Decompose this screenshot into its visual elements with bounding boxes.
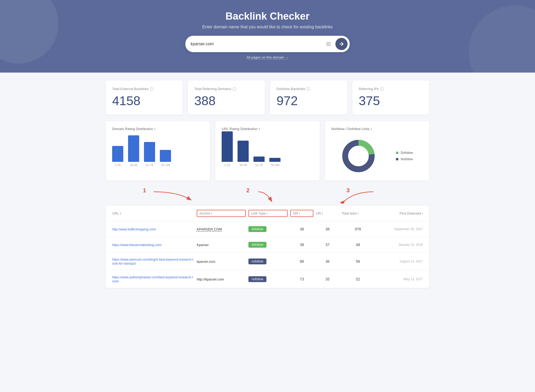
info-icon-url[interactable]: i <box>120 211 121 215</box>
bar-group-76-100: 76-100 <box>160 150 171 167</box>
row4-ur: 35 <box>316 277 339 281</box>
page-subtitle: Enter domain name that you would like to… <box>5 25 530 29</box>
info-icon-referring-ips[interactable]: i <box>380 87 384 91</box>
row4-badge: nofollow <box>248 276 266 282</box>
donut-chart-svg <box>341 139 376 173</box>
row2-first-detected: January 10, 2019 <box>377 243 423 247</box>
info-icon-total-external[interactable]: i <box>150 87 154 91</box>
domain-rating-bars: 1-25 26-50 51-75 76-100 <box>112 136 204 168</box>
row4-url[interactable]: https://www.authorityhacker.com/best-key… <box>112 275 194 283</box>
row4-first-detected: May 13, 2017 <box>377 277 423 281</box>
info-icon-first-detected[interactable]: i <box>422 211 423 215</box>
search-input[interactable] <box>191 42 323 46</box>
url-bar-group-51-75: 51-75 <box>253 157 265 167</box>
info-icon-ur[interactable]: i <box>322 211 323 215</box>
row3-url[interactable]: https://www.semrush.com/blog/5-best-keyw… <box>112 257 194 265</box>
row1-ur: 38 <box>316 227 339 231</box>
url-bar-group-1-25: 1-25 <box>222 131 233 167</box>
row2-dr: 38 <box>290 243 313 247</box>
svg-point-6 <box>348 146 369 166</box>
nofollow-dofollow-title: Nofollow / Dofollow Links i <box>331 127 423 131</box>
stat-label-dofollow: Dofollow Backlinks i <box>277 87 341 91</box>
page-header: Backlink Checker Enter domain name that … <box>0 0 535 73</box>
bar-51-75 <box>144 142 155 162</box>
svg-rect-1 <box>329 42 330 43</box>
row2-ur: 37 <box>316 243 339 247</box>
bar-label-1-25: 1-25 <box>115 163 121 167</box>
row2-url[interactable]: https://www.therainmakerblog.com/ <box>112 243 194 247</box>
row4-dr: 73 <box>290 277 313 281</box>
col-header-link-type: Link Type i <box>248 210 288 217</box>
stat-value-dofollow: 972 <box>277 95 341 107</box>
info-icon-nofollow[interactable]: i <box>371 127 372 131</box>
clear-icon[interactable] <box>323 38 334 50</box>
stat-value-total-external: 4158 <box>112 95 176 107</box>
row2-link-type: dofollow <box>248 242 288 248</box>
bar-label-51-75: 51-75 <box>146 163 153 167</box>
bar-group-51-75: 51-75 <box>144 142 155 167</box>
table-row: https://www.authorityhacker.com/best-key… <box>106 270 429 288</box>
url-rating-title: URL Rating Distribution i <box>222 127 313 131</box>
stat-label-total-external: Total External Backlinks i <box>112 87 176 91</box>
info-icon-url-rating[interactable]: i <box>259 127 260 131</box>
row4-total-links: 52 <box>341 277 374 281</box>
col-header-first-detected: First Detected i <box>377 211 423 215</box>
row1-dr: 38 <box>290 227 313 231</box>
row3-dr: 88 <box>290 259 313 264</box>
info-icon-anchor[interactable]: i <box>211 211 212 215</box>
url-bar-label-51-75: 51-75 <box>255 163 263 167</box>
bar-26-50 <box>128 135 139 162</box>
url-rating-bars: 1-25 26-50 51-75 76-100 <box>222 136 313 168</box>
nofollow-dofollow-chart: Nofollow / Dofollow Links i Dofollow <box>325 121 429 181</box>
url-bar-1-25 <box>222 131 233 162</box>
url-bar-group-26-50: 26-50 <box>238 141 249 167</box>
row3-ur: 36 <box>316 259 339 264</box>
donut-container: Dofollow Nofollow <box>331 136 423 176</box>
dofollow-dot <box>396 152 398 154</box>
search-submit-button[interactable] <box>335 38 348 50</box>
row3-total-links: 56 <box>341 259 374 264</box>
row3-link-type: nofollow <box>248 259 288 264</box>
col-header-total-links: Total links i <box>341 211 374 215</box>
col-header-anchor: Anchor i <box>197 210 246 217</box>
domain-rating-chart: Domain Rating Distribution i 1-25 26-50 … <box>106 121 210 181</box>
info-icon-referring-domains[interactable]: i <box>233 87 236 91</box>
col-header-url: URL i <box>112 211 194 215</box>
row3-first-detected: August 13, 2017 <box>377 260 423 263</box>
bar-group-26-50: 26-50 <box>128 135 139 167</box>
arrow-1 <box>146 189 199 204</box>
info-icon-link-type[interactable]: i <box>267 211 268 215</box>
col-header-dr: DR i <box>290 210 313 217</box>
page-title: Backlink Checker <box>5 11 530 22</box>
row1-link-type: dofollow <box>248 226 288 232</box>
info-icon-dofollow[interactable]: i <box>306 87 310 91</box>
bar-label-26-50: 26-50 <box>130 163 137 167</box>
row1-badge: dofollow <box>248 226 266 232</box>
table-row: http://www.trafficshopping.com/ KPARSER.… <box>106 221 429 237</box>
row1-url[interactable]: http://www.trafficshopping.com/ <box>112 227 194 231</box>
stat-card-total-external: Total External Backlinks i 4158 <box>106 81 183 115</box>
svg-rect-0 <box>327 42 328 43</box>
table-annotation-wrapper: 1 2 3 <box>106 187 429 288</box>
svg-rect-3 <box>329 44 330 46</box>
arrow-2 <box>250 189 282 204</box>
charts-grid: Domain Rating Distribution i 1-25 26-50 … <box>106 121 429 181</box>
backlinks-table: URL i Anchor i Link Type i DR i UR i <box>106 206 429 288</box>
info-icon-domain-rating[interactable]: i <box>155 127 155 131</box>
svg-rect-2 <box>327 44 328 46</box>
row4-anchor: http://kparser.com <box>197 277 246 281</box>
url-rating-chart: URL Rating Distribution i 1-25 26-50 51-… <box>215 121 319 181</box>
search-bar <box>185 36 350 52</box>
info-icon-total-links[interactable]: i <box>358 211 359 215</box>
row2-badge: dofollow <box>248 242 266 248</box>
row1-anchor: KPARSER.COM <box>197 227 246 231</box>
info-icon-dr[interactable]: i <box>299 211 300 215</box>
arrow-3 <box>339 189 381 204</box>
main-content: Total External Backlinks i 4158 Total Re… <box>100 73 435 296</box>
row1-first-detected: September 30, 2017 <box>377 227 423 231</box>
row1-total-links: 978 <box>341 227 374 231</box>
domain-filter[interactable]: All pages on this domain → <box>5 55 530 59</box>
table-row: https://www.semrush.com/blog/5-best-keyw… <box>106 253 429 270</box>
donut-legend: Dofollow Nofollow <box>396 151 413 161</box>
bar-label-76-100: 76-100 <box>161 163 170 167</box>
